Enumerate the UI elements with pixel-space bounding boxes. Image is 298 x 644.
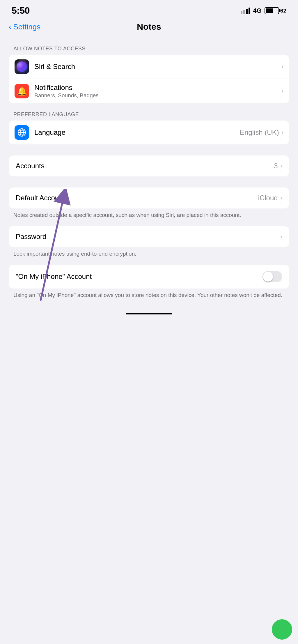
gap: [9, 147, 289, 155]
notifications-title: Notifications: [34, 84, 281, 92]
default-account-card: Default Account iCloud ›: [9, 187, 289, 208]
siri-search-item[interactable]: Siri & Search ›: [9, 55, 289, 79]
language-card: Language English (UK) ›: [9, 121, 289, 144]
on-my-iphone-item[interactable]: "On My iPhone" Account: [9, 265, 289, 289]
section-allow-access: ALLOW NOTES TO ACCESS Siri & Search › 🔔: [9, 46, 289, 103]
language-value: English (UK): [240, 128, 279, 137]
on-my-iphone-footnote: Using an "On My iPhone" account allows y…: [9, 289, 289, 304]
section-password: Password › Lock important notes using en…: [9, 226, 289, 263]
bottom-circle: [272, 619, 292, 640]
back-button[interactable]: ‹ Settings: [9, 22, 40, 31]
back-label: Settings: [13, 22, 40, 31]
chevron-right-icon: ›: [280, 194, 282, 202]
password-footnote: Lock important notes using end-to-end en…: [9, 248, 289, 263]
globe-svg: [17, 128, 26, 137]
section-accounts: Accounts 3 ›: [9, 155, 289, 176]
accounts-card: Accounts 3 ›: [9, 155, 289, 176]
allow-access-card: Siri & Search › 🔔 Notifications Banners,…: [9, 55, 289, 103]
section-on-my-iphone: "On My iPhone" Account Using an "On My i…: [9, 265, 289, 304]
accounts-title: Accounts: [16, 162, 274, 170]
notifications-subtitle: Banners, Sounds, Badges: [34, 92, 281, 99]
notifications-icon: 🔔: [15, 84, 29, 98]
status-time: 5:50: [12, 5, 30, 16]
back-chevron-icon: ‹: [9, 22, 11, 31]
status-bar: 5:50 4G 62: [0, 0, 298, 19]
status-icons: 4G 62: [241, 7, 287, 15]
default-account-title: Default Account: [16, 194, 258, 202]
language-icon: [15, 125, 29, 140]
password-item[interactable]: Password ›: [9, 226, 289, 247]
bell-icon: 🔔: [17, 86, 27, 96]
section-header-allow-access: ALLOW NOTES TO ACCESS: [9, 46, 289, 54]
accounts-value: 3: [274, 162, 278, 170]
signal-icon: [241, 8, 250, 14]
language-item[interactable]: Language English (UK) ›: [9, 121, 289, 144]
notifications-item[interactable]: 🔔 Notifications Banners, Sounds, Badges …: [9, 79, 289, 103]
siri-icon: [15, 59, 29, 74]
nav-header: ‹ Settings Notes: [0, 19, 298, 38]
default-account-item[interactable]: Default Account iCloud ›: [9, 187, 289, 208]
on-my-iphone-title: "On My iPhone" Account: [16, 273, 262, 281]
chevron-right-icon: ›: [280, 162, 282, 170]
battery-icon: 62: [265, 7, 286, 14]
page-title: Notes: [137, 22, 161, 32]
siri-search-title: Siri & Search: [34, 63, 281, 71]
section-language: PREFERRED LANGUAGE Language English (UK): [9, 112, 289, 144]
on-my-iphone-toggle[interactable]: [262, 271, 282, 282]
default-account-footnote: Notes created outside a specific account…: [9, 209, 289, 224]
chevron-right-icon: ›: [280, 233, 282, 240]
password-title: Password: [16, 233, 280, 241]
network-type: 4G: [253, 7, 262, 15]
gap: [9, 179, 289, 187]
section-header-language: PREFERRED LANGUAGE: [9, 112, 289, 120]
section-default-account: Default Account iCloud › Notes created o…: [9, 187, 289, 224]
accounts-item[interactable]: Accounts 3 ›: [9, 155, 289, 176]
on-my-iphone-card: "On My iPhone" Account: [9, 265, 289, 289]
chevron-right-icon: ›: [281, 87, 283, 95]
settings-content: ALLOW NOTES TO ACCESS Siri & Search › 🔔: [0, 46, 298, 304]
default-account-value: iCloud: [258, 194, 278, 202]
chevron-right-icon: ›: [281, 129, 283, 136]
language-title: Language: [34, 128, 240, 137]
home-indicator: [126, 313, 172, 314]
battery-percent: 62: [280, 8, 286, 14]
chevron-right-icon: ›: [281, 63, 283, 70]
password-card: Password ›: [9, 226, 289, 247]
